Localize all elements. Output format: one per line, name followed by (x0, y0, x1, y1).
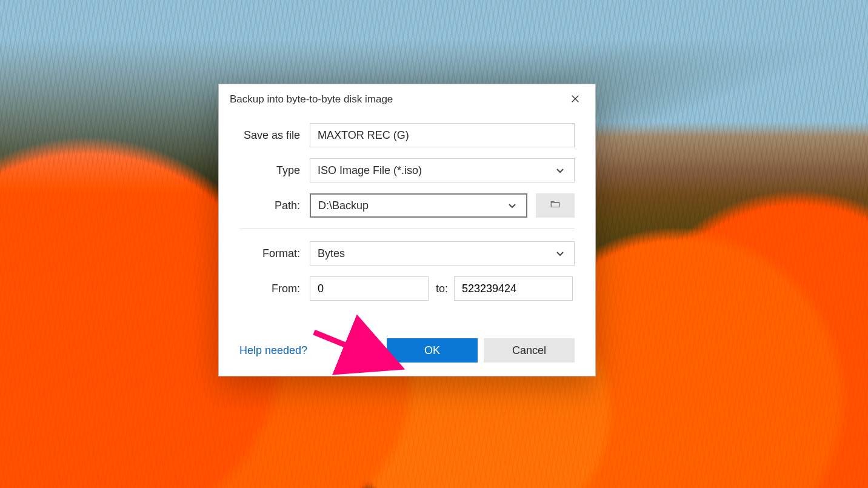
browse-button[interactable] (536, 193, 575, 218)
label-path: Path: (219, 199, 310, 212)
titlebar[interactable]: Backup into byte-to-byte disk image (219, 84, 595, 115)
close-icon (571, 93, 579, 106)
save-as-file-input[interactable] (310, 123, 575, 147)
format-select-value: Bytes (318, 247, 553, 260)
row-format: Format: Bytes (219, 241, 575, 266)
help-link[interactable]: Help needed? (239, 344, 307, 357)
label-type: Type (219, 164, 310, 177)
backup-dialog: Backup into byte-to-byte disk image Save… (218, 84, 596, 376)
action-row: Help needed? OK Cancel (219, 312, 575, 363)
divider (239, 229, 575, 229)
label-to: to: (429, 282, 454, 295)
cancel-button[interactable]: Cancel (484, 338, 575, 363)
path-select-value: D:\Backup (318, 199, 506, 212)
dialog-content: Save as file Type ISO Image File (*.iso)… (219, 115, 595, 376)
row-range: From: to: (219, 276, 575, 301)
row-save-as-file: Save as file (219, 123, 575, 147)
label-save-as-file: Save as file (219, 129, 310, 142)
row-type: Type ISO Image File (*.iso) (219, 158, 575, 182)
chevron-down-icon (553, 249, 567, 258)
type-select-value: ISO Image File (*.iso) (318, 164, 553, 177)
folder-icon (549, 199, 562, 212)
type-select[interactable]: ISO Image File (*.iso) (310, 158, 575, 182)
close-button[interactable] (561, 88, 589, 111)
from-input[interactable] (310, 276, 429, 301)
row-path: Path: D:\Backup (219, 193, 575, 218)
to-input[interactable] (454, 276, 573, 301)
path-select[interactable]: D:\Backup (310, 193, 527, 218)
chevron-down-icon (553, 165, 567, 175)
ok-button[interactable]: OK (387, 338, 478, 363)
label-from: From: (219, 282, 310, 295)
format-select[interactable]: Bytes (310, 241, 575, 266)
chevron-down-icon (506, 201, 519, 210)
label-format: Format: (219, 247, 310, 260)
dialog-title: Backup into byte-to-byte disk image (230, 93, 561, 105)
